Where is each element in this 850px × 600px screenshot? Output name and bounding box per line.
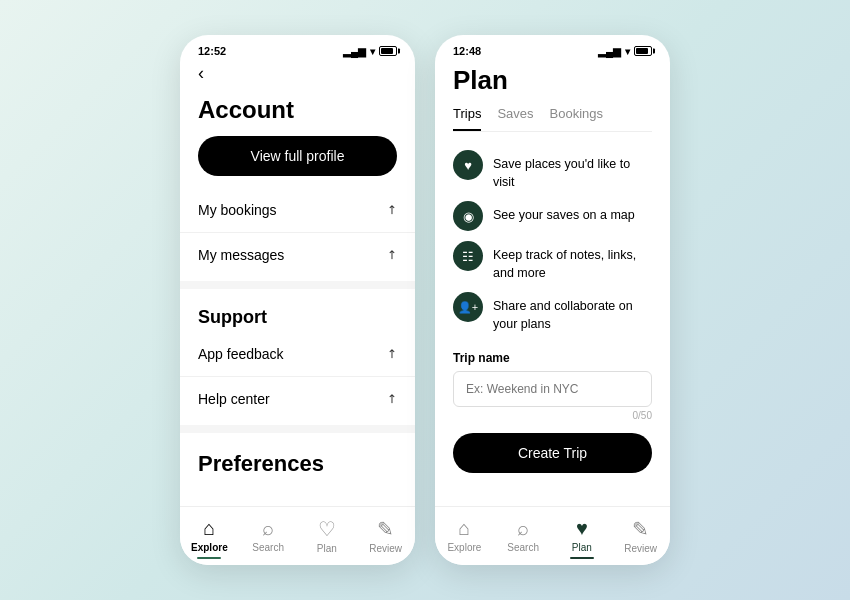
phone-account: 12:52 ▂▄▆ ▾ ‹ Account View full profile (180, 35, 415, 565)
my-bookings-item[interactable]: My bookings ↗ (180, 188, 415, 233)
plan-icon-2: ♥ (576, 517, 588, 540)
trip-name-input[interactable] (453, 371, 652, 407)
battery-fill-1 (381, 48, 393, 54)
tab-bookings[interactable]: Bookings (550, 106, 603, 131)
signal-icon-1: ▂▄▆ (343, 46, 366, 57)
feature-text-2: Keep track of notes, links, and more (493, 241, 652, 282)
help-center-item[interactable]: Help center ↗ (180, 377, 415, 421)
explore-icon-2: ⌂ (458, 517, 470, 540)
nav-search-2[interactable]: ⌕ Search (494, 515, 553, 561)
nav-search-inner-2: ⌕ Search (507, 517, 539, 553)
wifi-icon-2: ▾ (625, 46, 630, 57)
battery-icon-2 (634, 46, 652, 56)
phone-plan: 12:48 ▂▄▆ ▾ Plan Trips Saves Bookings (435, 35, 670, 565)
review-icon-1: ✎ (377, 517, 394, 541)
review-icon-2: ✎ (632, 517, 649, 541)
explore-underline-1 (197, 557, 221, 559)
plan-icon-1: ♡ (318, 517, 336, 541)
plan-tabs: Trips Saves Bookings (453, 106, 652, 132)
my-bookings-label: My bookings (198, 202, 277, 218)
support-title: Support (180, 293, 415, 332)
nav-plan-2[interactable]: ♥ Plan (553, 515, 612, 561)
account-header: Account (180, 92, 415, 136)
feature-icon-heart: ♥ (453, 150, 483, 180)
app-feedback-item[interactable]: App feedback ↗ (180, 332, 415, 377)
feature-text-1: See your saves on a map (493, 201, 635, 225)
nav-review-2[interactable]: ✎ Review (611, 515, 670, 561)
messages-arrow-icon: ↗ (384, 247, 401, 264)
my-messages-item[interactable]: My messages ↗ (180, 233, 415, 277)
feature-icon-map: ◉ (453, 201, 483, 231)
review-label-1: Review (369, 543, 402, 554)
search-label-1: Search (252, 542, 284, 553)
char-count: 0/50 (453, 410, 652, 421)
feature-item-3: 👤+ Share and collaborate on your plans (453, 292, 652, 333)
create-trip-button[interactable]: Create Trip (453, 433, 652, 473)
nav-search-1[interactable]: ⌕ Search (239, 515, 298, 561)
tab-trips[interactable]: Trips (453, 106, 481, 131)
nav-plan-inner-2: ♥ Plan (570, 517, 594, 559)
feature-text-3: Share and collaborate on your plans (493, 292, 652, 333)
preferences-title: Preferences (180, 437, 415, 481)
account-menu-section: My bookings ↗ My messages ↗ (180, 188, 415, 277)
phone-account-content: 12:52 ▂▄▆ ▾ ‹ Account View full profile (180, 35, 415, 565)
nav-explore-2[interactable]: ⌂ Explore (435, 515, 494, 561)
search-label-2: Search (507, 542, 539, 553)
status-icons-2: ▂▄▆ ▾ (598, 46, 652, 57)
plan-label-2: Plan (572, 542, 592, 553)
battery-icon-1 (379, 46, 397, 56)
spacer-1 (180, 481, 415, 506)
help-center-label: Help center (198, 391, 270, 407)
phones-container: 12:52 ▂▄▆ ▾ ‹ Account View full profile (180, 35, 670, 565)
status-bar-2: 12:48 ▂▄▆ ▾ (435, 35, 670, 61)
review-label-2: Review (624, 543, 657, 554)
section-divider-2 (180, 425, 415, 433)
app-feedback-label: App feedback (198, 346, 284, 362)
feedback-arrow-icon: ↗ (384, 346, 401, 363)
spacer-2 (435, 473, 670, 506)
nav-search-inner-1: ⌕ Search (252, 517, 284, 553)
explore-label-1: Explore (191, 542, 228, 553)
my-messages-label: My messages (198, 247, 284, 263)
plan-label-1: Plan (317, 543, 337, 554)
status-bar-1: 12:52 ▂▄▆ ▾ (180, 35, 415, 61)
search-icon-2: ⌕ (517, 517, 529, 540)
bottom-nav-1: ⌂ Explore ⌕ Search ♡ Plan (180, 506, 415, 565)
time-2: 12:48 (453, 45, 481, 57)
nav-review-inner-2: ✎ Review (624, 517, 657, 554)
feature-item-1: ◉ See your saves on a map (453, 201, 652, 231)
trip-name-section: Trip name 0/50 (435, 343, 670, 425)
plan-title: Plan (453, 65, 652, 96)
section-divider-1 (180, 281, 415, 289)
feature-icon-notes: ☷ (453, 241, 483, 271)
feature-item-2: ☷ Keep track of notes, links, and more (453, 241, 652, 282)
feature-text-0: Save places you'd like to visit (493, 150, 652, 191)
view-profile-button[interactable]: View full profile (198, 136, 397, 176)
time-1: 12:52 (198, 45, 226, 57)
help-arrow-icon: ↗ (384, 391, 401, 408)
status-icons-1: ▂▄▆ ▾ (343, 46, 397, 57)
wifi-icon-1: ▾ (370, 46, 375, 57)
signal-icon-2: ▂▄▆ (598, 46, 621, 57)
support-section: Support App feedback ↗ Help center ↗ (180, 293, 415, 421)
nav-plan-inner-1: ♡ Plan (317, 517, 337, 554)
bottom-nav-2: ⌂ Explore ⌕ Search ♥ Plan (435, 506, 670, 565)
nav-review-1[interactable]: ✎ Review (356, 515, 415, 561)
features-list: ♥ Save places you'd like to visit ◉ See … (435, 140, 670, 343)
explore-label-2: Explore (447, 542, 481, 553)
tab-saves[interactable]: Saves (497, 106, 533, 131)
feature-icon-share: 👤+ (453, 292, 483, 322)
nav-explore-inner-1: ⌂ Explore (191, 517, 228, 559)
nav-plan-1[interactable]: ♡ Plan (298, 515, 357, 561)
plan-underline-2 (570, 557, 594, 559)
nav-explore-inner-2: ⌂ Explore (447, 517, 481, 553)
bookings-arrow-icon: ↗ (384, 202, 401, 219)
phone-plan-content: 12:48 ▂▄▆ ▾ Plan Trips Saves Bookings (435, 35, 670, 565)
battery-fill-2 (636, 48, 648, 54)
back-button[interactable]: ‹ (180, 61, 415, 92)
explore-icon-1: ⌂ (203, 517, 215, 540)
account-title: Account (198, 96, 397, 124)
search-icon-1: ⌕ (262, 517, 274, 540)
plan-header: Plan Trips Saves Bookings (435, 61, 670, 140)
nav-explore-1[interactable]: ⌂ Explore (180, 515, 239, 561)
